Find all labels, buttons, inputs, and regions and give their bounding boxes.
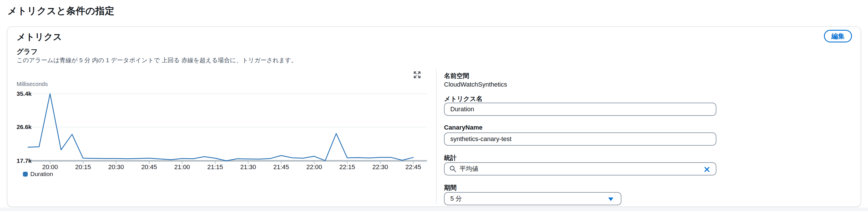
- x-axis-tick-label: 20:45: [135, 163, 163, 171]
- duration-chart: Milliseconds 35.4k26.6k17.7k 20:0020:152…: [17, 70, 436, 187]
- card-title: メトリクス: [17, 31, 62, 43]
- y-axis-tick-label: 35.4k: [17, 90, 28, 98]
- statistic-search-input[interactable]: 平均値: [444, 162, 716, 176]
- metrics-card: メトリクス 編集 グラフ このアラームは青線が 5 分 内の 1 データポイント…: [7, 26, 861, 207]
- x-axis-tick-label: 20:00: [36, 163, 64, 171]
- search-icon: [449, 165, 457, 173]
- statistic-value: 平均値: [460, 164, 478, 173]
- page-title: メトリクスと条件の指定: [7, 5, 115, 18]
- statistic-label: 統計: [444, 154, 457, 162]
- graph-section-title: グラフ: [17, 47, 38, 56]
- canary-name-label: CanaryName: [444, 124, 483, 131]
- x-axis-tick-label: 22:15: [334, 163, 361, 171]
- legend-label: Duration: [30, 170, 53, 178]
- clear-statistic-button[interactable]: [703, 165, 711, 174]
- x-axis-tick-label: 21:30: [234, 163, 262, 171]
- x-axis-tick-label: 21:45: [268, 163, 295, 171]
- chart-legend: Duration: [23, 170, 53, 178]
- y-axis-tick-label: 17.7k: [17, 157, 28, 164]
- x-axis-tick-label: 22:45: [399, 163, 427, 171]
- x-axis-tick-label: 21:15: [202, 163, 229, 171]
- page-bottom-strip: [0, 208, 868, 211]
- chevron-down-icon: [608, 197, 613, 201]
- x-axis-tick-label: 20:30: [102, 163, 130, 171]
- divider: [436, 69, 437, 204]
- y-axis-unit-label: Milliseconds: [17, 81, 48, 87]
- metric-name-input[interactable]: [444, 103, 716, 116]
- period-select[interactable]: 5 分: [444, 192, 621, 205]
- namespace-label: 名前空間: [444, 72, 469, 80]
- edit-button[interactable]: 編集: [824, 30, 852, 43]
- graph-description: このアラームは青線が 5 分 内の 1 データポイントで 上回る 赤線を超える場…: [17, 56, 297, 64]
- x-axis-tick-label: 20:15: [69, 163, 97, 171]
- period-label: 期間: [444, 183, 457, 192]
- metric-name-label: メトリクス名: [444, 95, 483, 103]
- x-axis-tick-label: 22:00: [300, 163, 328, 171]
- close-icon: [704, 166, 710, 173]
- y-axis-tick-label: 26.6k: [17, 123, 28, 131]
- x-axis-tick-label: 22:30: [367, 163, 394, 171]
- period-value: 5 分: [450, 194, 462, 203]
- canary-name-input[interactable]: [444, 132, 716, 146]
- expand-chart-button[interactable]: [412, 70, 422, 80]
- legend-marker: [23, 172, 28, 177]
- expand-icon: [413, 71, 421, 79]
- namespace-value: CloudWatchSynthetics: [444, 81, 507, 88]
- x-axis-tick-label: 21:00: [168, 163, 196, 171]
- alarm-config-page: メトリクスと条件の指定 メトリクス 編集 グラフ このアラームは青線が 5 分 …: [0, 0, 868, 211]
